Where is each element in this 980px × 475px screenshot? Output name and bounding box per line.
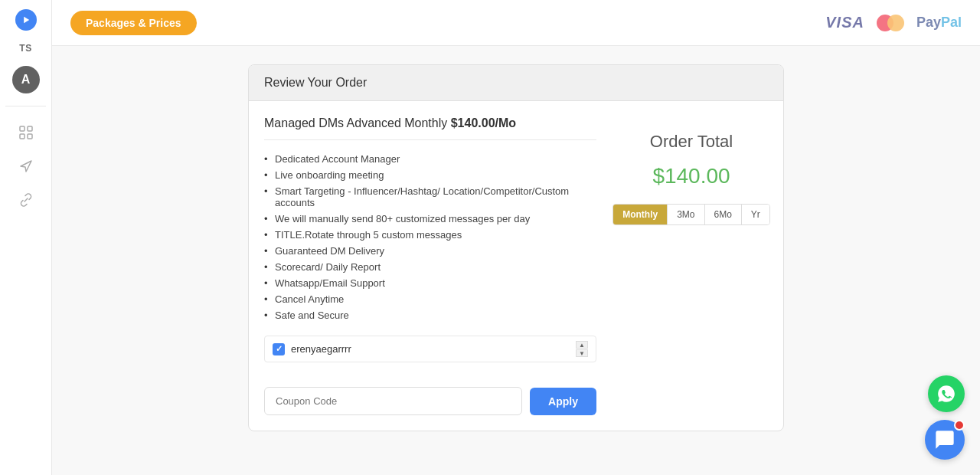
top-bar: Packages & Prices VISA PayPal: [52, 0, 980, 46]
feature-item: Cancel Anytime: [264, 291, 596, 307]
stepper-down[interactable]: ▼: [576, 349, 588, 357]
order-details: Managed DMs Advanced Monthly $140.00/Mo …: [264, 116, 596, 415]
visa-logo: VISA: [825, 14, 864, 31]
paypal-logo: PayPal: [916, 15, 962, 31]
avatar[interactable]: A: [12, 66, 40, 93]
review-order-card: Review Your Order Managed DMs Advanced M…: [248, 64, 784, 431]
feature-item: Live onboarding meeting: [264, 167, 596, 183]
payment-logos: VISA PayPal: [825, 14, 962, 31]
billing-tab-yr[interactable]: Yr: [742, 205, 769, 224]
svg-rect-1: [20, 126, 24, 131]
feature-item: Safe and Secure: [264, 307, 596, 323]
coupon-input[interactable]: [264, 387, 522, 415]
plan-name: Managed DMs Advanced Monthly: [264, 116, 451, 129]
sidebar-item-grid[interactable]: [12, 119, 40, 146]
review-order-header: Review Your Order: [249, 65, 783, 101]
account-stepper[interactable]: ▲ ▼: [576, 341, 588, 357]
apply-button[interactable]: Apply: [530, 388, 596, 415]
review-card-body: Managed DMs Advanced Monthly $140.00/Mo …: [249, 101, 783, 431]
sidebar: TS A: [0, 0, 52, 475]
sidebar-ts-label: TS: [19, 43, 31, 54]
feature-item: TITLE.Rotate through 5 custom messages: [264, 227, 596, 243]
chat-badge: [954, 420, 965, 431]
plan-price: $140.00/Mo: [451, 116, 516, 129]
order-total-section: Order Total $140.00 Monthly3Mo6MoYr: [615, 116, 768, 415]
features-list: Dedicated Account ManagerLive onboarding…: [264, 151, 596, 323]
billing-tab-monthly[interactable]: Monthly: [613, 205, 668, 224]
svg-rect-4: [28, 134, 32, 139]
feature-item: Guaranteed DM Delivery: [264, 243, 596, 259]
billing-tab-3mo[interactable]: 3Mo: [668, 205, 704, 224]
svg-marker-0: [24, 17, 29, 23]
packages-prices-button[interactable]: Packages & Prices: [70, 11, 197, 35]
svg-rect-2: [28, 126, 32, 131]
feature-item: Dedicated Account Manager: [264, 151, 596, 167]
page-content: Review Your Order Managed DMs Advanced M…: [52, 46, 980, 475]
mc-circle-orange: [887, 15, 904, 31]
sidebar-divider: [5, 106, 47, 106]
plan-title: Managed DMs Advanced Monthly $140.00/Mo: [264, 116, 596, 140]
billing-tabs: Monthly3Mo6MoYr: [612, 204, 770, 225]
feature-item: Whatsapp/Email Support: [264, 275, 596, 291]
feature-item: We will manually send 80+ customized mes…: [264, 211, 596, 227]
billing-tab-6mo[interactable]: 6Mo: [705, 205, 742, 224]
stepper-up[interactable]: ▲: [576, 341, 588, 349]
account-checkbox[interactable]: [273, 343, 285, 355]
account-row: erenyaegarrrr ▲ ▼: [264, 336, 596, 362]
svg-rect-3: [20, 134, 24, 139]
main-area: Packages & Prices VISA PayPal Review You…: [52, 0, 980, 475]
chat-button[interactable]: [925, 420, 965, 460]
mastercard-logo: [877, 15, 904, 31]
feature-item: Scorecard/ Daily Report: [264, 259, 596, 275]
feature-item: Smart Targeting - Influencer/Hashtag/ Lo…: [264, 183, 596, 211]
coupon-section: Apply: [264, 375, 596, 415]
float-buttons: [925, 375, 965, 460]
review-order-title: Review Your Order: [264, 76, 367, 89]
sidebar-item-send[interactable]: [12, 152, 40, 180]
order-total-label: Order Total: [650, 132, 733, 152]
account-name: erenyaegarrrr: [291, 343, 570, 355]
whatsapp-button[interactable]: [928, 375, 965, 412]
sidebar-toggle[interactable]: [15, 9, 37, 31]
sidebar-item-link[interactable]: [12, 186, 40, 214]
order-total-amount: $140.00: [652, 164, 730, 188]
